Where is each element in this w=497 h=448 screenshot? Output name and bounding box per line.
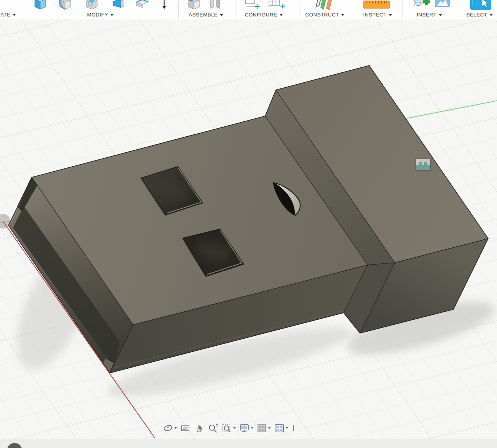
chevron-down-icon	[13, 14, 16, 16]
menu-label: INSPECT	[363, 12, 386, 18]
navbar-end-divider	[293, 425, 294, 431]
zoom-window-icon	[222, 423, 232, 433]
app-toolbar: ATE MODIFY ASSEMBLE CONFIGURE CONSTRUCT …	[0, 0, 497, 19]
look-at-icon	[180, 423, 191, 433]
chevron-down-icon	[174, 427, 177, 429]
selection-tool-icon[interactable]	[470, 0, 492, 11]
chevron-down-icon	[251, 427, 253, 429]
section-badge-icon	[416, 159, 430, 170]
chevron-down-icon	[489, 14, 492, 16]
toolbar-separator	[236, 1, 236, 18]
menu-label: INSERT	[417, 12, 437, 18]
display-settings-icon	[239, 423, 250, 433]
menu-create[interactable]: ATE	[0, 12, 16, 18]
menu-label: ASSEMBLE	[189, 12, 218, 18]
toolbar-separator	[402, 1, 403, 18]
menu-label: SELECT	[466, 12, 487, 18]
joint-icon[interactable]	[207, 0, 223, 11]
chevron-down-icon	[268, 427, 270, 429]
toolbar-separator	[24, 1, 24, 18]
menu-label: CONFIGURE	[245, 12, 277, 18]
zoom-icon	[208, 423, 218, 433]
look-at-button[interactable]	[179, 422, 191, 434]
chevron-down-icon	[439, 14, 442, 16]
split-face-icon[interactable]	[133, 0, 150, 11]
viewports-icon	[274, 423, 285, 433]
menu-construct[interactable]: CONSTRUCT	[305, 12, 344, 18]
move-icon[interactable]	[155, 0, 172, 11]
zoom-button[interactable]	[207, 422, 219, 434]
timeline-strip	[0, 439, 497, 448]
toolbar-separator	[355, 1, 355, 18]
toolbar-separator	[300, 1, 300, 18]
configuration-icon[interactable]	[243, 0, 261, 11]
chevron-down-icon	[389, 14, 392, 16]
configuration-table-icon[interactable]	[267, 0, 286, 11]
zoom-window-button[interactable]	[221, 422, 236, 434]
chevron-down-icon	[110, 14, 113, 16]
chevron-down-icon	[233, 427, 236, 429]
pan-button[interactable]	[193, 422, 205, 434]
chevron-down-icon	[279, 14, 282, 16]
chevron-down-icon	[220, 14, 223, 16]
menu-select[interactable]: SELECT	[466, 12, 493, 18]
toolbar-separator	[178, 1, 179, 18]
menu-inspect[interactable]: INSPECT	[363, 12, 392, 18]
display-settings-button[interactable]	[238, 422, 254, 434]
construction-plane-icon[interactable]	[314, 0, 333, 11]
viewports-button[interactable]	[273, 422, 289, 434]
menu-assemble[interactable]: ASSEMBLE	[189, 12, 223, 18]
menu-configure[interactable]: CONFIGURE	[245, 12, 283, 18]
combine-icon[interactable]	[110, 0, 127, 11]
menu-modify[interactable]: MODIFY	[87, 12, 114, 18]
grid-settings-button[interactable]	[256, 422, 271, 434]
menu-insert[interactable]: INSERT	[417, 12, 442, 18]
new-component-icon[interactable]	[185, 0, 202, 11]
shell-icon[interactable]	[83, 0, 100, 11]
grid-settings-icon	[257, 423, 267, 433]
orbit-icon	[163, 423, 173, 433]
insert-mesh-icon[interactable]	[412, 0, 432, 11]
menu-label: ATE	[0, 12, 10, 18]
fillet-icon[interactable]	[57, 0, 73, 11]
chevron-down-icon	[286, 427, 288, 429]
menu-label: MODIFY	[87, 12, 108, 18]
timeline-marker[interactable]	[0, 439, 34, 448]
press-pull-icon[interactable]	[31, 0, 48, 11]
view-navigation-bar	[162, 422, 294, 435]
modeling-canvas[interactable]	[0, 0, 497, 448]
menu-label: CONSTRUCT	[305, 12, 339, 18]
pan-icon	[194, 423, 204, 433]
orbit-button[interactable]	[162, 422, 178, 434]
toolbar-separator	[458, 1, 458, 18]
insert-canvas-icon[interactable]	[433, 0, 452, 11]
chevron-down-icon	[341, 14, 344, 16]
measure-ruler-icon[interactable]	[362, 0, 391, 10]
